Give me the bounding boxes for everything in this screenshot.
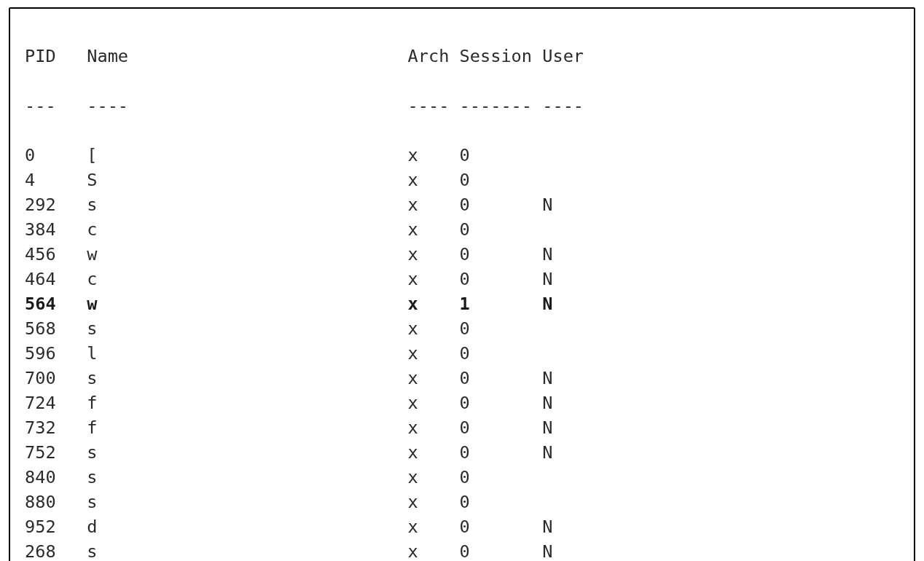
table-row: 568 s x 0 (25, 316, 899, 341)
table-row: 840 s x 0 (25, 465, 899, 490)
table-row: 700 s x 0 N (25, 366, 899, 391)
table-header-underline: --- ---- ---- ------- ---- (25, 93, 899, 118)
table-header-row: PID Name Arch Session User (25, 44, 899, 68)
table-row: 464 c x 0 N (25, 267, 899, 291)
table-row: 4 S x 0 (25, 168, 899, 192)
table-row: 268 s x 0 N (25, 539, 899, 561)
table-row: 952 d x 0 N (25, 514, 899, 539)
table-row: 596 l x 0 (25, 341, 899, 366)
table-row: 292 s x 0 N (25, 192, 899, 217)
table-row: 880 s x 0 (25, 490, 899, 514)
table-row: 732 f x 0 N (25, 415, 899, 440)
process-list-terminal: PID Name Arch Session User --- ---- ----… (9, 7, 915, 561)
table-row: 564 w x 1 N (25, 291, 899, 316)
table-row: 752 s x 0 N (25, 440, 899, 465)
table-body: 0 [ x 0 4 S x 0 292 s x 0 N384 c x 0 (25, 143, 899, 561)
table-row: 384 c x 0 (25, 217, 899, 242)
table-row: 0 [ x 0 (25, 143, 899, 168)
table-row: 724 f x 0 N (25, 391, 899, 415)
table-row: 456 w x 0 N (25, 242, 899, 267)
